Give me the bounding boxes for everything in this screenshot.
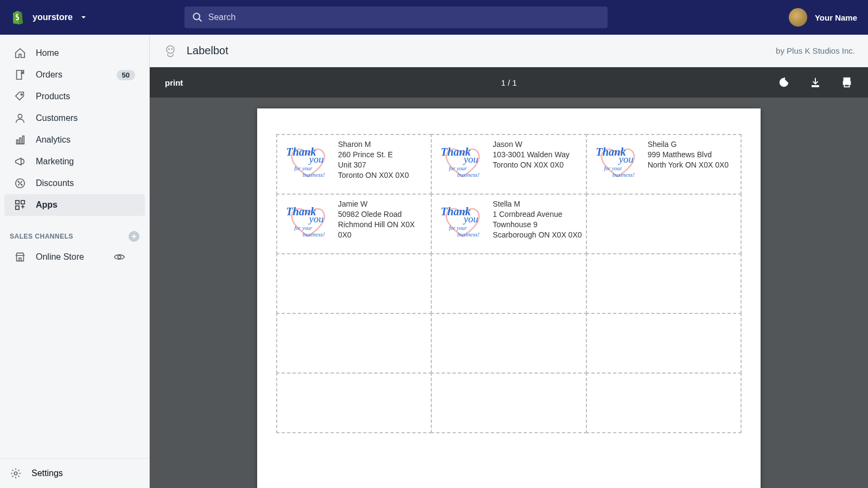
sidebar-item-apps[interactable]: Apps [4, 194, 145, 216]
label-cell: Sheila G 999 Matthews Blvd North York ON… [586, 134, 742, 195]
labelbot-icon [163, 43, 178, 59]
sidebar-item-discounts[interactable]: Discounts [4, 172, 145, 194]
add-channel-button[interactable] [129, 231, 139, 242]
address-block: Sheila G 999 Matthews Blvd North York ON… [648, 139, 729, 170]
download-icon [809, 76, 821, 88]
settings-label: Settings [31, 468, 63, 478]
rotate-button[interactable] [778, 76, 790, 88]
plus-icon [131, 233, 137, 240]
svg-point-7 [18, 114, 22, 118]
apps-icon [14, 199, 26, 211]
svg-point-18 [14, 472, 17, 475]
svg-rect-8 [17, 140, 18, 144]
customers-icon [14, 112, 26, 124]
svg-rect-14 [16, 201, 19, 204]
sidebar-item-label: Online Store [36, 252, 113, 262]
print-icon [841, 76, 853, 88]
label-cell: Stella M 1 Cornbread Avenue Townhouse 9 … [431, 194, 586, 254]
label-cell: Sharon M 260 Prince St. E Unit 307 Toron… [276, 134, 432, 195]
store-switcher[interactable]: yourstore [33, 12, 87, 22]
orders-badge: 50 [117, 70, 135, 80]
label-cell [586, 194, 742, 254]
main-content: Labelbot by Plus K Studios Inc. print 1 … [150, 35, 868, 488]
sidebar-channel-online-store[interactable]: Online Store [4, 246, 145, 268]
store-name-label: yourstore [33, 12, 73, 22]
label-cell [586, 313, 742, 374]
svg-rect-22 [812, 86, 819, 87]
orders-icon [14, 69, 26, 81]
svg-point-20 [168, 48, 170, 50]
sidebar: Home Orders 50 Products Customers Analyt… [0, 35, 150, 488]
label-cell [431, 253, 586, 314]
print-button[interactable] [841, 76, 853, 88]
svg-point-4 [193, 14, 200, 20]
address-block: Sharon M 260 Prince St. E Unit 307 Toron… [338, 139, 409, 181]
sidebar-item-label: Apps [36, 200, 135, 210]
app-author: by Plus K Studios Inc. [776, 46, 855, 55]
label-cell [276, 313, 432, 374]
document-title: print [165, 78, 183, 87]
user-name-label: Your Name [815, 13, 857, 22]
svg-point-12 [18, 181, 19, 182]
sidebar-item-home[interactable]: Home [4, 42, 145, 64]
address-block: Jason W 103-3001 Walden Way Toronto ON X… [493, 139, 569, 170]
sidebar-item-label: Discounts [36, 178, 135, 188]
sidebar-item-customers[interactable]: Customers [4, 107, 145, 129]
viewer-body[interactable]: Sharon M 260 Prince St. E Unit 307 Toron… [150, 98, 868, 488]
chevron-down-icon [80, 14, 87, 21]
viewer-toolbar: print 1 / 1 [150, 67, 868, 98]
home-icon [14, 47, 26, 59]
svg-rect-9 [20, 138, 21, 144]
store-icon [14, 251, 26, 263]
thank-you-graphic [590, 139, 646, 182]
thank-you-graphic [435, 139, 490, 182]
sidebar-item-analytics[interactable]: Analytics [4, 129, 145, 151]
label-cell [431, 313, 586, 374]
view-icon[interactable] [113, 251, 125, 263]
sidebar-item-marketing[interactable]: Marketing [4, 151, 145, 172]
search-input[interactable] [208, 12, 600, 22]
label-cell: Jamie W 50982 Olede Road Richmond Hill O… [276, 194, 432, 254]
analytics-icon [14, 134, 26, 146]
sidebar-item-label: Orders [36, 70, 117, 80]
sidebar-item-orders[interactable]: Orders 50 [4, 64, 145, 86]
marketing-icon [14, 156, 26, 168]
download-button[interactable] [809, 76, 821, 88]
print-page: Sharon M 260 Prince St. E Unit 307 Toron… [257, 108, 761, 488]
sidebar-item-products[interactable]: Products [4, 86, 145, 107]
app-bar: Labelbot by Plus K Studios Inc. [150, 35, 868, 67]
sidebar-item-label: Analytics [36, 135, 135, 145]
address-block: Stella M 1 Cornbread Avenue Townhouse 9 … [493, 199, 582, 240]
svg-rect-10 [23, 136, 24, 144]
svg-rect-23 [844, 78, 850, 81]
label-cell [586, 373, 742, 433]
sidebar-item-label: Customers [36, 113, 135, 123]
svg-rect-16 [16, 206, 19, 209]
address-block: Jamie W 50982 Olede Road Richmond Hill O… [338, 199, 427, 240]
svg-point-6 [21, 94, 22, 95]
svg-point-19 [167, 46, 174, 53]
label-cell: Jason W 103-3001 Walden Way Toronto ON X… [431, 134, 586, 195]
avatar[interactable] [789, 8, 807, 27]
search-icon [192, 12, 203, 23]
sales-channels-header: SALES CHANNELS [0, 216, 149, 246]
svg-point-17 [118, 255, 121, 259]
sidebar-item-label: Marketing [36, 157, 135, 166]
svg-rect-15 [21, 201, 24, 204]
sidebar-item-label: Home [36, 48, 135, 58]
app-title: Labelbot [187, 44, 228, 57]
search-box[interactable] [184, 7, 608, 28]
app-header: yourstore Your Name [0, 0, 868, 35]
shopify-logo-icon [11, 10, 24, 25]
sidebar-item-settings[interactable]: Settings [0, 458, 149, 488]
rotate-icon [778, 76, 790, 88]
svg-point-21 [171, 48, 173, 50]
sales-channels-label: SALES CHANNELS [10, 233, 73, 240]
page-indicator: 1 / 1 [501, 78, 516, 87]
gear-icon [10, 467, 22, 479]
label-cell [276, 373, 432, 433]
discounts-icon [14, 177, 26, 189]
thank-you-graphic [435, 199, 490, 241]
thank-you-graphic [280, 199, 336, 241]
label-cell [431, 373, 586, 433]
